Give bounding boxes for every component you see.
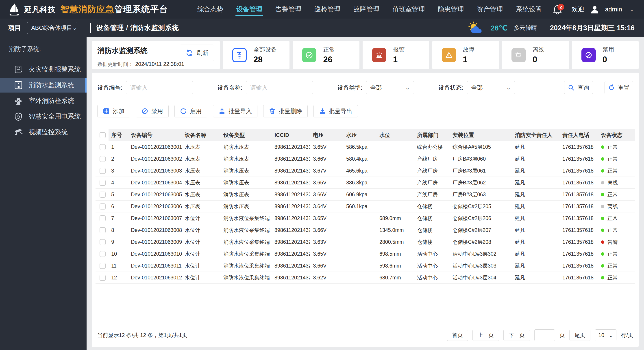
cell-voltage: 3.66V <box>310 263 344 269</box>
status-text: 正常 <box>608 167 618 174</box>
cell-voltage: 3.66V <box>310 192 344 198</box>
shield-flame-icon <box>14 112 23 121</box>
table-row: 5 Dev-01012021063005 水压表 消防水压表 898611202… <box>96 189 635 201</box>
filter-device-type: 设备类型: 全部 ⌄ <box>337 81 414 94</box>
nav-item[interactable]: 告警管理 <box>275 0 301 18</box>
prev-page-button[interactable]: 上一页 <box>472 330 499 341</box>
device-name-input[interactable] <box>246 81 313 94</box>
cell-iccid: 89861120214317 <box>272 156 310 162</box>
nav-item[interactable]: 设备管理 <box>236 0 262 18</box>
nav-item[interactable]: 值班室管理 <box>392 0 425 18</box>
update-time-value: 2024/10/11 22:38:01 <box>135 61 184 67</box>
user-avatar-icon[interactable] <box>590 5 599 14</box>
weather-temp: 26℃ <box>490 24 507 32</box>
row-checkbox[interactable] <box>100 203 106 210</box>
sidebar-item-electrical-safety[interactable]: 智慧安全用电系统 <box>0 109 86 124</box>
add-button[interactable]: 添加 <box>97 105 130 117</box>
row-checkbox-cell <box>96 251 108 257</box>
cell-device-code: Dev-01012021063005 <box>128 192 182 198</box>
cell-status: 正常 <box>598 191 635 198</box>
cell-device-code: Dev-01012021063002 <box>128 156 182 162</box>
cell-index: 3 <box>108 168 128 174</box>
cell-safety-person: 延凡 <box>512 191 560 198</box>
stat-value: 28 <box>254 55 277 64</box>
device-type-select[interactable]: 全部 ⌄ <box>366 81 414 94</box>
username-text[interactable]: admin <box>605 6 622 13</box>
cell-phone: 17611357618 <box>560 192 598 198</box>
row-checkbox[interactable] <box>100 251 106 257</box>
cell-department: 产线厂房 <box>414 191 450 198</box>
nav-item[interactable]: 故障管理 <box>354 0 380 18</box>
nav-item[interactable]: 系统设置 <box>516 0 542 18</box>
page-size-chevron-icon: ⌄ <box>608 332 613 338</box>
cell-device-code: Dev-01012021063010 <box>128 251 182 257</box>
status-dot <box>601 169 604 173</box>
batch-delete-button[interactable]: 批量删除 <box>263 105 308 117</box>
cell-water-level: 598.6mm <box>377 263 414 269</box>
nav-item[interactable]: 隐患管理 <box>438 0 464 18</box>
table-header-cell: 水压 <box>344 131 377 139</box>
first-page-button[interactable]: 首页 <box>447 330 468 341</box>
row-checkbox[interactable] <box>100 192 106 198</box>
row-checkbox[interactable] <box>100 275 106 281</box>
status-text: 正常 <box>608 274 618 281</box>
device-status-select[interactable]: 全部 ⌄ <box>467 81 515 94</box>
select-all-checkbox[interactable] <box>100 132 106 138</box>
cell-status: 正常 <box>598 144 635 151</box>
disable-button[interactable]: 禁用 <box>136 105 168 117</box>
enable-label: 启用 <box>190 107 202 115</box>
cell-index: 10 <box>108 251 128 257</box>
cell-phone: 17611357618 <box>560 156 598 162</box>
status-text: 正常 <box>608 215 618 222</box>
row-checkbox[interactable] <box>100 263 106 269</box>
cell-device-code: Dev-01012021063012 <box>128 275 182 281</box>
nav-item[interactable]: 综合态势 <box>197 0 223 18</box>
sidebar-item-fire-alarm[interactable]: 火灾监测报警系统 <box>0 62 86 77</box>
cell-location: 活动中心D#3层304 <box>450 274 512 281</box>
reset-icon <box>608 84 615 91</box>
sidebar-item-fire-water[interactable]: 消防水监测系统 <box>0 78 86 92</box>
device-code-input[interactable] <box>126 81 193 94</box>
project-select[interactable]: ABC综合体项目 ⌄ <box>27 22 77 34</box>
cell-water-pressure: 560.1kpa <box>344 203 377 210</box>
update-time-label: 数据更新时间： <box>97 61 134 67</box>
stat-card-disabled: 禁用 0 <box>572 41 638 69</box>
user-menu-chevron-icon[interactable]: ⌄ <box>629 6 634 13</box>
reset-button[interactable]: 重置 <box>604 81 633 94</box>
sidebar-item-video-surveillance[interactable]: 视频监控系统 <box>0 125 86 140</box>
cell-location: 仓储楼C#2层207 <box>450 227 512 234</box>
status-text: 正常 <box>608 262 618 269</box>
row-checkbox[interactable] <box>100 168 106 174</box>
nav-item[interactable]: 巡检管理 <box>314 0 340 18</box>
refresh-button[interactable]: 刷新 <box>180 44 214 61</box>
page-jump-input[interactable] <box>534 329 555 341</box>
row-checkbox[interactable] <box>100 180 106 186</box>
nav-item[interactable]: 资产管理 <box>477 0 503 18</box>
disable-label: 禁用 <box>151 107 163 115</box>
batch-import-button[interactable]: 批量导入 <box>213 105 258 117</box>
cell-location: 厂房B#3层060 <box>450 155 512 162</box>
last-page-button[interactable]: 尾页 <box>569 330 590 341</box>
search-button[interactable]: 查询 <box>564 81 593 94</box>
row-checkbox[interactable] <box>100 144 106 150</box>
sidebar-item-hydrant[interactable]: 室外消防栓系统 <box>0 93 86 108</box>
row-checkbox[interactable] <box>100 156 106 162</box>
page-size-select[interactable]: 10 ⌄ <box>595 329 616 341</box>
sailboat-logo-icon <box>8 3 20 16</box>
notification-bell-icon[interactable]: 2 <box>552 4 563 14</box>
refresh-label: 刷新 <box>197 49 208 57</box>
cell-device-code: Dev-01012021063009 <box>128 239 182 245</box>
offline-broken-link-icon <box>512 48 526 62</box>
sidebar-item-label: 室外消防栓系统 <box>29 96 74 105</box>
cell-location: 仓储楼C#2层208 <box>450 239 512 246</box>
batch-import-label: 批量导入 <box>228 107 252 115</box>
page-jump-unit: 页 <box>560 332 565 339</box>
enable-button[interactable]: 启用 <box>174 105 207 117</box>
batch-export-button[interactable]: 批量导出 <box>314 105 358 117</box>
next-page-button[interactable]: 下一页 <box>504 330 530 341</box>
row-checkbox[interactable] <box>100 227 106 233</box>
main-nav: 综合态势 设备管理 告警管理 巡检管理 故障管理 值班室管理 隐患管理 资产管理… <box>197 0 542 18</box>
row-checkbox[interactable] <box>100 239 106 245</box>
filter-device-status: 设备状态: 全部 ⌄ <box>438 81 515 94</box>
row-checkbox[interactable] <box>100 215 106 221</box>
